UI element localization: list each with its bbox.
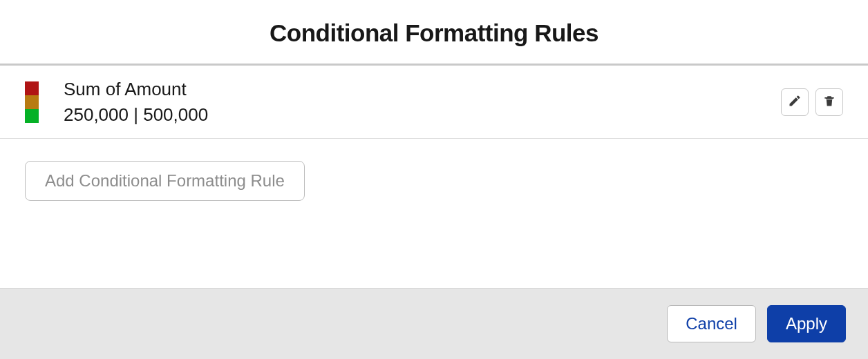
scale-high (25, 81, 39, 95)
rule-text: Sum of Amount 250,000 | 500,000 (64, 79, 781, 124)
apply-button[interactable]: Apply (767, 305, 846, 342)
add-rule-button[interactable]: Add Conditional Formatting Rule (25, 161, 305, 201)
cancel-button[interactable]: Cancel (667, 305, 756, 342)
delete-rule-button[interactable] (815, 88, 843, 116)
dialog-footer: Cancel Apply (0, 288, 868, 359)
color-scale-preview (25, 81, 39, 123)
scale-low (25, 109, 39, 123)
add-rule-area: Add Conditional Formatting Rule (0, 139, 868, 288)
edit-rule-button[interactable] (781, 88, 809, 116)
rule-thresholds: 250,000 | 500,000 (64, 105, 781, 125)
rule-field-name: Sum of Amount (64, 79, 781, 99)
pencil-icon (788, 94, 802, 110)
trash-icon (822, 94, 836, 110)
dialog-header: Conditional Formatting Rules (0, 0, 868, 64)
dialog-title: Conditional Formatting Rules (0, 19, 868, 47)
scale-mid (25, 95, 39, 109)
rule-row: Sum of Amount 250,000 | 500,000 (0, 66, 868, 139)
rule-actions (781, 88, 843, 116)
